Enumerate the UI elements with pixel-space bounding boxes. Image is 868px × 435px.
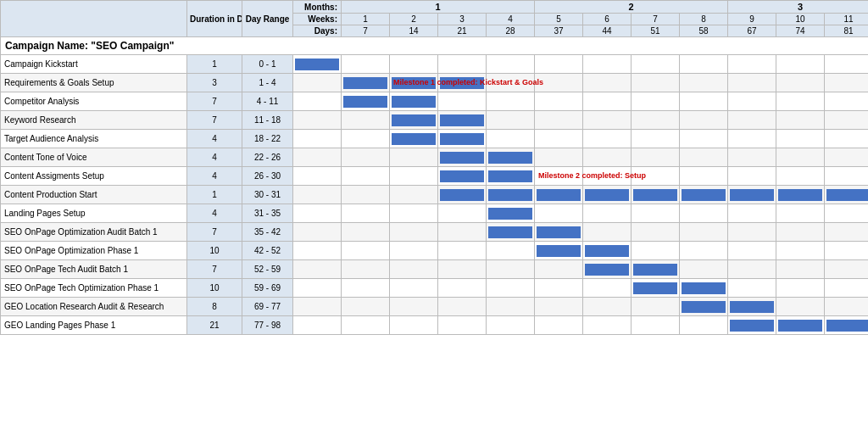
- gantt-cell: [680, 279, 728, 298]
- gantt-cell: [342, 279, 390, 298]
- gantt-cell: [825, 242, 869, 260]
- gantt-bar: [730, 189, 774, 201]
- gantt-cell: [632, 279, 680, 298]
- gantt-cell: [293, 167, 342, 186]
- gantt-cell: [680, 111, 728, 130]
- gantt-cell: [680, 148, 728, 167]
- gantt-cell: [728, 242, 776, 260]
- gantt-cell: [342, 167, 390, 186]
- gantt-cell: [390, 204, 438, 223]
- gantt-cell: [825, 74, 869, 92]
- gantt-cell: [583, 223, 632, 242]
- task-range: 0 - 1: [242, 55, 293, 74]
- task-name: Requirements & Goals Setup: [1, 74, 187, 92]
- gantt-cell: [680, 92, 728, 111]
- gantt-cell: [632, 242, 680, 260]
- gantt-cell: [680, 260, 728, 279]
- months-label: Months:: [293, 1, 342, 14]
- task-header: [1, 1, 187, 37]
- task-range: 22 - 26: [242, 148, 293, 167]
- gantt-bar: [488, 226, 532, 238]
- gantt-cell: [342, 55, 390, 74]
- gantt-cell: [776, 55, 825, 74]
- gantt-cell: [632, 111, 680, 130]
- gantt-cell: [825, 92, 869, 111]
- week-11: 11: [825, 14, 869, 25]
- gantt-bar: [343, 77, 387, 89]
- task-range: 42 - 52: [242, 242, 293, 260]
- task-row: GEO Landing Pages Phase 12177 - 98: [1, 316, 869, 335]
- gantt-cell: [825, 279, 869, 298]
- gantt-cell: [632, 186, 680, 204]
- gantt-cell: [632, 148, 680, 167]
- gantt-cell: [728, 204, 776, 223]
- gantt-cell: [535, 92, 583, 111]
- week-8: 8: [680, 14, 728, 25]
- task-row: Competitor Analysis74 - 11: [1, 92, 869, 111]
- gantt-bar: [295, 59, 339, 70]
- week-2: 2: [390, 14, 438, 25]
- task-duration: 7: [187, 223, 242, 242]
- task-range: 1 - 4: [242, 74, 293, 92]
- task-row: GEO Location Research Audit & Research86…: [1, 298, 869, 316]
- gantt-cell: [390, 167, 438, 186]
- task-row: Landing Pages Setup431 - 35: [1, 204, 869, 223]
- gantt-cell: [487, 242, 535, 260]
- gantt-bar: [826, 189, 868, 201]
- gantt-cell: [728, 92, 776, 111]
- gantt-cell: [776, 92, 825, 111]
- gantt-cell: [680, 55, 728, 74]
- gantt-cell: [728, 223, 776, 242]
- gantt-cell: [293, 92, 342, 111]
- gantt-cell: [776, 130, 825, 148]
- task-name: SEO OnPage Optimization Phase 1: [1, 242, 187, 260]
- gantt-cell: [535, 111, 583, 130]
- gantt-cell: [390, 279, 438, 298]
- months-row: Duration in Days Day Range Months: 1 2 3: [1, 1, 869, 14]
- gantt-cell: [535, 204, 583, 223]
- gantt-cell: [825, 167, 869, 186]
- day-58: 58: [680, 25, 728, 37]
- day-7: 7: [342, 25, 390, 37]
- gantt-cell: [390, 223, 438, 242]
- gantt-cell: [293, 186, 342, 204]
- gantt-cell: [583, 148, 632, 167]
- gantt-cell: [728, 55, 776, 74]
- gantt-bar: [537, 226, 581, 238]
- gantt-cell: [825, 130, 869, 148]
- gantt-bar: [778, 189, 822, 201]
- gantt-cell: Milestone 2 completed: Setup: [535, 167, 583, 186]
- task-range: 4 - 11: [242, 92, 293, 111]
- task-range: 30 - 31: [242, 186, 293, 204]
- gantt-cell: [390, 298, 438, 316]
- task-range: 18 - 22: [242, 130, 293, 148]
- gantt-cell: [487, 111, 535, 130]
- gantt-cell: [825, 260, 869, 279]
- gantt-cell: [342, 223, 390, 242]
- gantt-cell: [487, 55, 535, 74]
- duration-header: Duration in Days: [187, 1, 242, 37]
- gantt-cell: [390, 111, 438, 130]
- gantt-cell: [776, 204, 825, 223]
- gantt-cell: [583, 242, 632, 260]
- gantt-cell: [438, 130, 487, 148]
- task-row: Content Tone of Voice422 - 26: [1, 148, 869, 167]
- gantt-cell: [583, 298, 632, 316]
- gantt-cell: [776, 279, 825, 298]
- gantt-bar: [826, 320, 868, 332]
- gantt-cell: [342, 130, 390, 148]
- gantt-cell: [632, 223, 680, 242]
- gantt-cell: [728, 260, 776, 279]
- week-5: 5: [535, 14, 583, 25]
- task-duration: 4: [187, 148, 242, 167]
- task-duration: 21: [187, 316, 242, 335]
- gantt-cell: [293, 74, 342, 92]
- gantt-cell: [293, 298, 342, 316]
- gantt-cell: [825, 186, 869, 204]
- task-duration: 10: [187, 242, 242, 260]
- day-67: 67: [728, 25, 776, 37]
- gantt-bar: [440, 133, 484, 145]
- gantt-cell: [438, 298, 487, 316]
- task-name: Landing Pages Setup: [1, 204, 187, 223]
- gantt-bar: [392, 133, 436, 145]
